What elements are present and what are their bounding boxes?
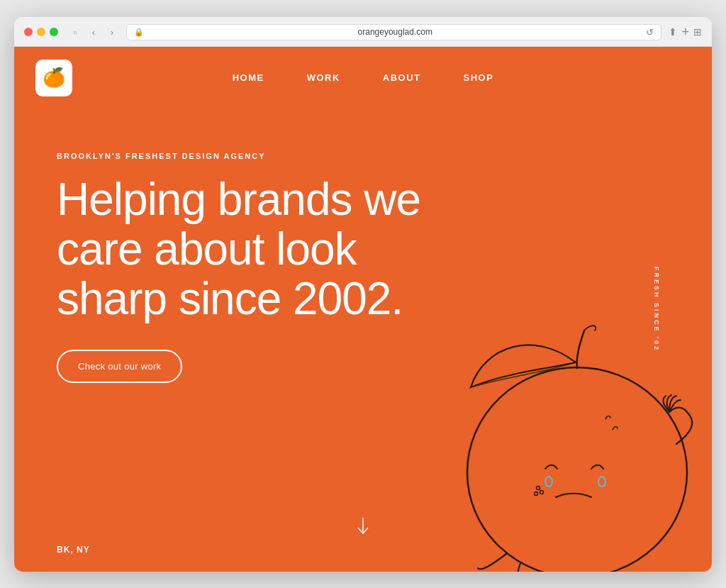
- hero-headline: Helping brands we care about look sharp …: [57, 174, 468, 324]
- svg-point-2: [545, 477, 552, 487]
- svg-point-3: [598, 477, 605, 487]
- nav-work[interactable]: WORK: [307, 72, 340, 83]
- back-button[interactable]: ‹: [86, 25, 101, 39]
- grid-icon[interactable]: ⊞: [693, 26, 702, 38]
- location-label: BK, NY: [57, 545, 90, 555]
- logo-icon: 🍊: [43, 67, 65, 89]
- maximize-button[interactable]: [50, 28, 58, 36]
- window-icon[interactable]: ▫: [68, 25, 82, 39]
- forward-button[interactable]: ›: [105, 25, 119, 39]
- svg-point-5: [540, 490, 544, 494]
- add-tab-icon[interactable]: +: [681, 25, 689, 40]
- reload-icon[interactable]: ↺: [646, 27, 654, 38]
- url-text: orangeyouglad.com: [150, 27, 640, 37]
- hero-tagline: BROOKLYN'S FRESHEST DESIGN AGENCY: [57, 152, 669, 160]
- scroll-down-arrow[interactable]: [354, 518, 372, 542]
- browser-chrome: ▫ ‹ › 🔒 orangeyouglad.com ↺ ⬆ + ⊞: [14, 17, 712, 47]
- share-icon[interactable]: ⬆: [669, 26, 677, 38]
- nav-about[interactable]: ABOUT: [383, 72, 421, 83]
- svg-point-1: [467, 367, 687, 572]
- logo[interactable]: 🍊: [35, 60, 72, 96]
- svg-point-6: [535, 492, 538, 495]
- nav-shop[interactable]: SHOP: [464, 72, 494, 83]
- traffic-lights: [24, 28, 58, 36]
- minimize-button[interactable]: [37, 28, 45, 36]
- address-bar[interactable]: 🔒 orangeyouglad.com ↺: [126, 24, 661, 40]
- nav-home[interactable]: HOME: [233, 72, 264, 83]
- browser-actions: ⬆ + ⊞: [669, 25, 702, 40]
- close-button[interactable]: [24, 28, 33, 36]
- website-content: 🍊 HOME WORK ABOUT SHOP BROOKLYN'S FRESHE…: [14, 47, 712, 572]
- browser-window: ▫ ‹ › 🔒 orangeyouglad.com ↺ ⬆ + ⊞ 🍊 HOME…: [14, 17, 712, 572]
- nav-links: HOME WORK ABOUT SHOP: [233, 72, 494, 83]
- lock-icon: 🔒: [134, 28, 144, 37]
- cta-button[interactable]: Check out our work: [57, 350, 182, 383]
- orange-character-illustration: [414, 302, 712, 572]
- browser-controls: ▫ ‹ ›: [68, 25, 119, 39]
- svg-point-4: [537, 486, 540, 489]
- navigation: 🍊 HOME WORK ABOUT SHOP: [14, 47, 712, 109]
